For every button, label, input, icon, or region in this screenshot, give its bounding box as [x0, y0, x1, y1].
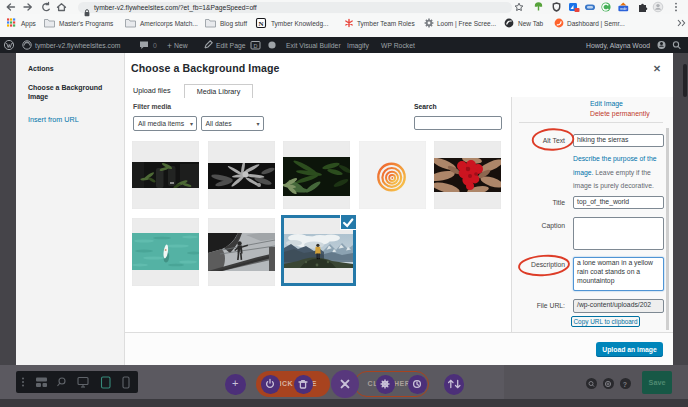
svg-text:?: ?: [623, 381, 627, 388]
svg-text:D: D: [254, 43, 258, 49]
svg-text:+: +: [167, 41, 172, 51]
svg-text:redir: redir: [620, 7, 628, 11]
svg-text:N: N: [258, 20, 263, 28]
svg-text:0: 0: [153, 42, 157, 49]
